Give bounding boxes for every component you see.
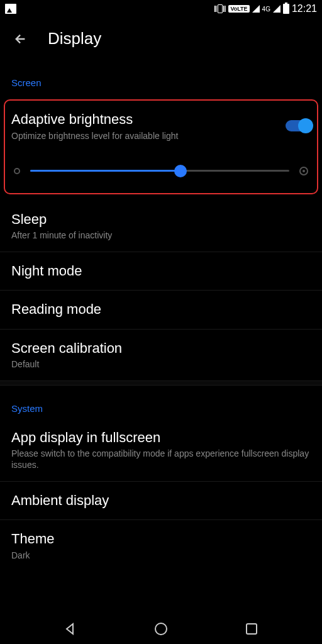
status-bar: VoLTE 4G 12:21 (0, 0, 322, 18)
svg-point-0 (155, 623, 167, 635)
night-mode-title: Night mode (11, 262, 311, 280)
vibrate-icon (214, 4, 226, 13)
screen-calibration-item[interactable]: Screen calibration Default (0, 330, 322, 380)
sleep-title: Sleep (11, 211, 311, 229)
battery-icon (283, 4, 289, 14)
signal-icon-2 (273, 5, 280, 13)
reading-mode-title: Reading mode (11, 301, 311, 319)
svg-rect-1 (247, 624, 257, 634)
fullscreen-item[interactable]: App display in fullscreen Please switch … (0, 419, 322, 482)
brightness-high-icon (299, 167, 308, 175)
adaptive-brightness-title[interactable]: Adaptive brightness (11, 111, 178, 129)
volte-badge: VoLTE (228, 5, 249, 13)
sleep-subtitle: After 1 minute of inactivity (11, 230, 311, 241)
adaptive-brightness-toggle[interactable] (286, 120, 311, 131)
screen-calibration-title: Screen calibration (11, 340, 311, 358)
clock: 12:21 (292, 3, 317, 14)
highlight-annotation: Adaptive brightness Optimize brightness … (4, 99, 318, 194)
brightness-low-icon (14, 168, 20, 174)
back-icon[interactable] (14, 32, 28, 46)
ambient-display-title: Ambient display (11, 492, 311, 510)
section-label-screen: Screen (0, 60, 322, 93)
section-label-system: System (0, 386, 322, 419)
navigation-bar (0, 614, 322, 644)
section-divider (0, 380, 322, 386)
ambient-display-item[interactable]: Ambient display (0, 482, 322, 521)
theme-title: Theme (11, 530, 311, 548)
nav-recent-icon[interactable] (244, 621, 259, 636)
app-header: Display (0, 18, 322, 60)
adaptive-brightness-subtitle: Optimize brightness level for available … (11, 130, 178, 142)
reading-mode-item[interactable]: Reading mode (0, 291, 322, 330)
fullscreen-title: App display in fullscreen (11, 429, 311, 447)
sleep-item[interactable]: Sleep After 1 minute of inactivity (0, 201, 322, 252)
network-label: 4G (262, 6, 270, 13)
fullscreen-subtitle: Please switch to the compatibility mode … (11, 448, 311, 470)
photos-icon (5, 4, 16, 14)
brightness-slider[interactable] (11, 167, 311, 175)
theme-subtitle: Dark (11, 550, 311, 561)
nav-home-icon[interactable] (153, 621, 169, 636)
screen-calibration-subtitle: Default (11, 358, 311, 370)
night-mode-item[interactable]: Night mode (0, 252, 322, 291)
nav-back-icon[interactable] (63, 621, 78, 636)
signal-icon (252, 5, 260, 13)
theme-item[interactable]: Theme Dark (0, 520, 322, 571)
page-title: Display (48, 29, 101, 48)
